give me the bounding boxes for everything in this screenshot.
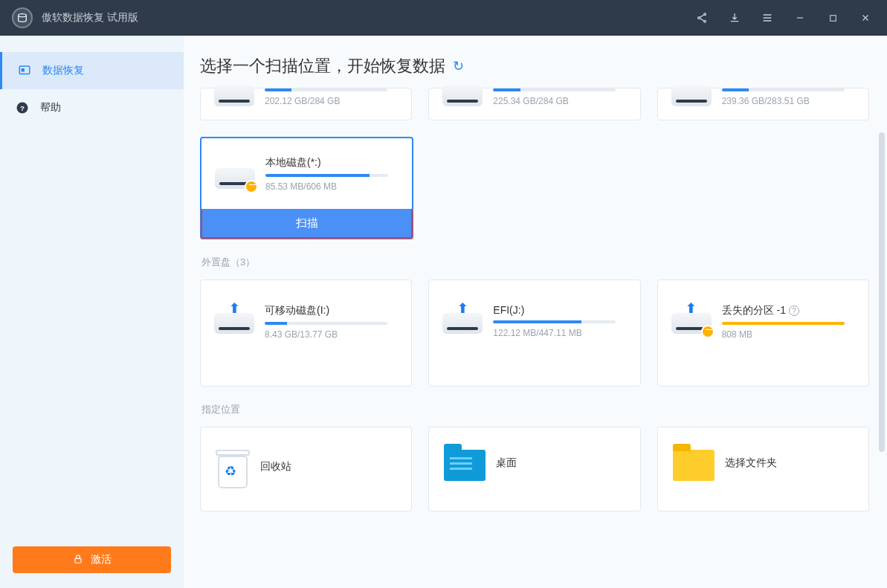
activate-button[interactable]: 激活 bbox=[13, 546, 171, 573]
sidebar-item-label: 数据恢复 bbox=[42, 64, 84, 77]
usb-drive-icon: ⬆ bbox=[442, 304, 483, 334]
usb-drive-icon: ⬆ bbox=[671, 304, 712, 334]
svg-point-1 bbox=[704, 13, 706, 16]
activate-label: 激活 bbox=[91, 553, 112, 566]
drive-usage: 85.53 MB/606 MB bbox=[265, 181, 399, 192]
close-icon[interactable] bbox=[856, 8, 875, 28]
drive-usage: 202.12 GB/284 GB bbox=[265, 96, 398, 106]
svg-point-2 bbox=[698, 17, 700, 19]
lock-icon bbox=[73, 554, 83, 566]
hdd-icon bbox=[671, 90, 712, 106]
hdd-icon bbox=[215, 159, 255, 189]
drive-name: EFI(J:) bbox=[493, 304, 626, 316]
sidebar-item-help[interactable]: ? 帮助 bbox=[0, 89, 184, 126]
minimize-icon[interactable] bbox=[790, 8, 810, 28]
desktop-folder-icon bbox=[444, 450, 486, 481]
drive-name: 丢失的分区 -1? bbox=[722, 304, 855, 317]
titlebar: 傲软数据恢复 试用版 bbox=[0, 0, 887, 36]
help-icon: ? bbox=[15, 100, 30, 115]
drive-card[interactable]: 202.12 GB/284 GB bbox=[200, 88, 412, 120]
sidebar-item-label: 帮助 bbox=[40, 101, 61, 114]
section-title-external: 外置盘（3） bbox=[201, 256, 869, 269]
section-title-location: 指定位置 bbox=[201, 403, 869, 416]
drive-name: 可移动磁盘(I:) bbox=[265, 304, 398, 317]
external-drive-card[interactable]: ⬆ 可移动磁盘(I:) 8.43 GB/13.77 GB bbox=[200, 280, 412, 387]
scan-button[interactable]: 扫描 bbox=[201, 209, 413, 239]
location-select-folder[interactable]: 选择文件夹 bbox=[657, 427, 869, 511]
recovery-icon bbox=[17, 63, 32, 78]
usb-drive-icon: ⬆ bbox=[214, 304, 254, 334]
refresh-icon[interactable]: ↻ bbox=[453, 58, 464, 74]
location-recycle-bin[interactable]: ♻ 回收站 bbox=[200, 427, 412, 511]
location-desktop[interactable]: 桌面 bbox=[428, 427, 640, 511]
location-name: 桌面 bbox=[496, 456, 625, 470]
drive-card[interactable]: 239.36 GB/283.51 GB bbox=[657, 88, 869, 120]
download-icon[interactable] bbox=[725, 8, 744, 28]
folder-icon bbox=[673, 450, 715, 481]
warning-badge-icon bbox=[701, 325, 715, 338]
drive-card-selected[interactable]: 本地磁盘(*:) 85.53 MB/606 MB 扫描 bbox=[200, 137, 413, 239]
hdd-icon bbox=[442, 90, 483, 106]
content-area: 选择一个扫描位置，开始恢复数据 ↻ 202.12 GB/284 GB bbox=[184, 36, 887, 588]
menu-icon[interactable] bbox=[758, 8, 777, 28]
drive-card[interactable]: 225.34 GB/284 GB bbox=[428, 88, 640, 120]
drive-usage: 8.43 GB/13.77 GB bbox=[265, 329, 398, 340]
sidebar: 数据恢复 ? 帮助 激活 bbox=[0, 36, 184, 588]
sidebar-item-recovery[interactable]: 数据恢复 bbox=[0, 52, 184, 89]
drive-usage: 225.34 GB/284 GB bbox=[493, 96, 626, 106]
svg-point-0 bbox=[19, 14, 27, 17]
svg-rect-9 bbox=[74, 558, 80, 563]
page-title: 选择一个扫描位置，开始恢复数据 ↻ bbox=[200, 55, 869, 77]
app-logo bbox=[12, 7, 33, 28]
external-drive-card[interactable]: ⬆ EFI(J:) 122.12 MB/447.11 MB bbox=[428, 280, 640, 387]
share-icon[interactable] bbox=[692, 8, 712, 28]
hdd-icon bbox=[214, 90, 254, 106]
location-name: 回收站 bbox=[260, 460, 396, 474]
drive-usage: 239.36 GB/283.51 GB bbox=[722, 96, 855, 106]
warning-badge-icon bbox=[245, 180, 258, 193]
app-title: 傲软数据恢复 试用版 bbox=[42, 11, 138, 25]
svg-rect-6 bbox=[22, 68, 25, 72]
svg-text:?: ? bbox=[20, 104, 25, 112]
svg-point-3 bbox=[704, 20, 706, 22]
external-drive-card[interactable]: ⬆ 丢失的分区 -1? 808 MB bbox=[657, 280, 869, 387]
help-badge-icon[interactable]: ? bbox=[789, 306, 799, 316]
drive-usage: 808 MB bbox=[722, 329, 855, 340]
recycle-bin-icon: ♻ bbox=[216, 450, 250, 488]
maximize-icon[interactable] bbox=[823, 8, 842, 28]
drive-name: 本地磁盘(*:) bbox=[265, 156, 399, 169]
drive-usage: 122.12 MB/447.11 MB bbox=[493, 328, 626, 338]
svg-rect-4 bbox=[830, 15, 836, 21]
location-name: 选择文件夹 bbox=[725, 456, 854, 470]
scrollbar-thumb[interactable] bbox=[879, 132, 885, 452]
